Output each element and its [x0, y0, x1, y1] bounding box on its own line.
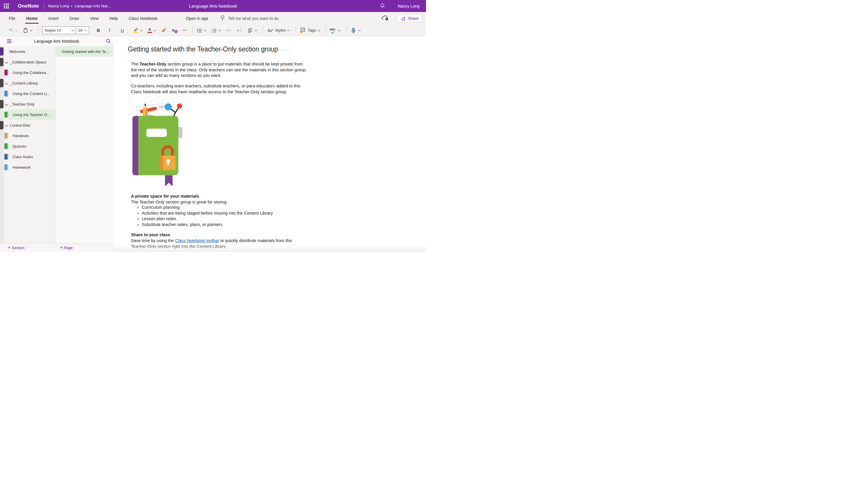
bullet-item[interactable]: Substitute teacher notes, plans, or poin…	[142, 222, 273, 228]
bullet-item[interactable]: Lesson plan notes	[142, 216, 273, 222]
tell-me-input[interactable]: Tell me what you want to do	[228, 16, 279, 21]
paragraph-share[interactable]: Save time by using the Class Notebook to…	[131, 238, 292, 249]
dictate-button[interactable]	[350, 27, 361, 34]
sidebar-section-homework[interactable]: Homework	[4, 162, 56, 173]
bullet-list-button[interactable]	[197, 28, 206, 33]
paragraph-storing[interactable]: The Teacher-Only section group is great …	[131, 199, 228, 205]
paragraph-coteachers[interactable]: Co-teachers, including team teachers, su…	[131, 83, 301, 95]
sidebar-section-using-the-teacher-o[interactable]: Using the Teacher O...	[4, 109, 56, 120]
alignment-button[interactable]	[247, 28, 257, 33]
bold-button[interactable]: B	[97, 28, 104, 33]
font-size-combo[interactable]: 18	[76, 26, 89, 34]
outdent-button[interactable]	[226, 28, 232, 33]
svg-text:3: 3	[212, 31, 213, 33]
tags-label: Tags	[308, 28, 316, 33]
spellcheck-button[interactable]: abc	[330, 28, 340, 33]
section-tab-icon	[4, 133, 8, 139]
tags-button[interactable]: Tags	[300, 27, 320, 33]
sidebar-section-using-the-collabora[interactable]: Using the Collabora...	[4, 67, 56, 78]
app-launcher-icon[interactable]	[4, 3, 9, 8]
chevron-down-icon	[15, 28, 18, 31]
notifications-bell-icon[interactable]	[380, 3, 385, 10]
heading-share-class[interactable]: Share to your class	[131, 232, 170, 238]
add-section-button[interactable]: + Section	[8, 243, 24, 252]
sidebar-bottom-bar: + Section + Page	[0, 243, 113, 252]
section-group-content-library[interactable]: _Content Library	[4, 78, 56, 88]
menu-tab-view[interactable]: View	[89, 16, 99, 21]
menu-tab-insert[interactable]: Insert	[48, 16, 59, 21]
svg-text:A: A	[268, 28, 270, 33]
menu-tab-class-notebook[interactable]: Class Notebook	[128, 16, 158, 21]
bullet-list-icon	[197, 28, 202, 33]
menu-tab-home[interactable]: Home	[26, 16, 38, 21]
account-name[interactable]: Nancy Long	[398, 4, 420, 8]
chevron-down-icon[interactable]	[5, 81, 8, 85]
menu-tab-help[interactable]: Help	[109, 16, 119, 21]
breadcrumb-notebook[interactable]: Language Arts Not...	[75, 4, 110, 8]
toolbar-divider	[263, 26, 263, 34]
page-item-getting-started-with-the-te[interactable]: Getting started with the Te...	[56, 46, 113, 57]
window-title: Language Arts Notebook	[189, 3, 237, 8]
italic-button[interactable]: I	[109, 28, 116, 33]
chevron-down-icon	[358, 28, 361, 31]
onenote-app: OneNote Nancy Long ▸ Language Arts Not..…	[0, 0, 426, 252]
sidebar-section-using-the-content-li[interactable]: Using the Content Li...	[4, 88, 56, 99]
topbar-divider	[43, 3, 44, 10]
page-title[interactable]: Getting started with the Teacher-Only se…	[128, 45, 278, 53]
more-options-button[interactable]: •••	[182, 29, 186, 32]
font-color-button[interactable]: A	[147, 28, 156, 33]
indent-icon	[237, 28, 242, 33]
class-notebook-toolbar-link[interactable]: Class Notebook toolbar	[175, 238, 219, 243]
chevron-down-icon	[317, 28, 320, 31]
open-in-app-button[interactable]: Open in app	[186, 16, 208, 21]
format-painter-button[interactable]	[161, 28, 167, 33]
plus-icon: +	[60, 245, 62, 250]
save-status-cloud-icon	[381, 15, 389, 22]
section-tab-icon	[0, 47, 3, 56]
chevron-down-icon[interactable]	[5, 60, 8, 64]
hamburger-menu-icon[interactable]	[7, 39, 12, 43]
section-group-teacher-only[interactable]: _Teacher Only	[4, 99, 56, 109]
search-icon[interactable]	[106, 38, 111, 45]
group-tab-icon	[0, 121, 3, 129]
breadcrumb-user[interactable]: Nancy Long	[48, 4, 69, 8]
clear-formatting-button[interactable]: A	[171, 28, 178, 33]
indent-button[interactable]	[237, 28, 242, 33]
chevron-down-icon	[254, 28, 257, 31]
sidebar-section-quizzes[interactable]: Quizzes	[4, 141, 56, 151]
bullet-list[interactable]: Curriculum planningActivities that are b…	[131, 205, 273, 228]
chevron-down-icon	[140, 28, 143, 31]
menu-tab-file[interactable]: File	[8, 16, 16, 21]
paragraph-intro[interactable]: The Teacher-Only section group is a plac…	[131, 61, 306, 79]
font-name-combo[interactable]: Segoe UI	[42, 26, 76, 34]
share-button[interactable]: Share	[397, 14, 422, 22]
menu-tab-draw[interactable]: Draw	[69, 16, 79, 21]
add-page-button[interactable]: + Page	[60, 243, 73, 252]
sidebar-section-welcome[interactable]: Welcome	[4, 46, 56, 57]
page-canvas[interactable]: Getting started with the Teacher-Only se…	[113, 36, 426, 252]
add-page-label: Page	[64, 246, 73, 250]
styles-button[interactable]: A Styles	[267, 28, 290, 33]
undo-button[interactable]	[8, 28, 18, 33]
sidebar-section-handouts[interactable]: Handouts	[4, 130, 56, 141]
numbered-list-button[interactable]: 123	[211, 28, 221, 33]
section-group-collaboration-space[interactable]: _Collaboration Space	[4, 57, 56, 67]
section-group-lorena-diaz[interactable]: Lorena Diaz	[4, 120, 56, 130]
chevron-down-icon	[71, 28, 74, 31]
bullet-item[interactable]: Curriculum planning	[142, 205, 273, 211]
section-group-label: Lorena Diaz	[10, 123, 31, 127]
chevron-down-icon	[30, 28, 33, 31]
chevron-down-icon[interactable]	[5, 123, 8, 127]
font-color-icon: A	[147, 28, 152, 33]
chevron-down-icon[interactable]	[5, 102, 8, 106]
pencil-icon	[143, 103, 148, 118]
paste-button[interactable]	[22, 28, 32, 33]
bullet-item[interactable]: Activities that are being staged before …	[142, 211, 273, 216]
tags-icon	[300, 27, 306, 33]
underline-button[interactable]: U	[121, 28, 128, 33]
breadcrumb[interactable]: Nancy Long ▸ Language Arts Not...	[48, 4, 110, 8]
heading-private-space[interactable]: A private space for your materials	[131, 194, 199, 199]
sidebar-section-class-notes[interactable]: Class Notes	[4, 151, 56, 162]
lightbulb-icon	[220, 15, 225, 22]
highlighter-button[interactable]	[133, 28, 142, 33]
